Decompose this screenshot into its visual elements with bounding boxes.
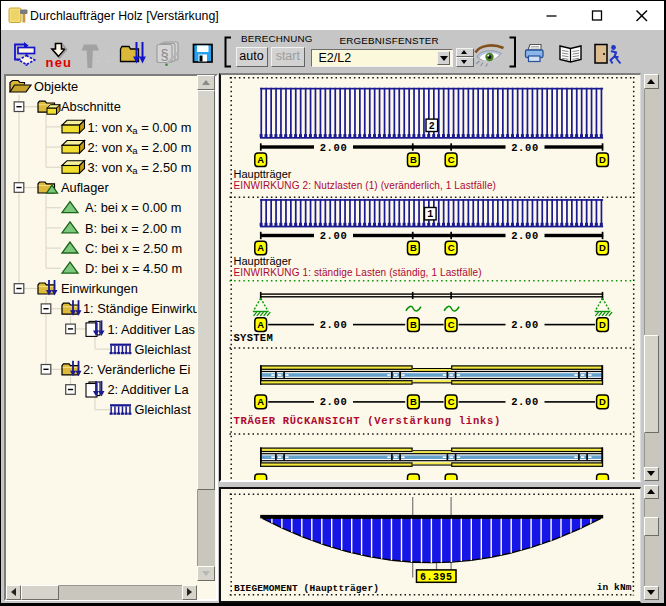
svg-text:EINWIRKUNG 1: ständige Lasten: EINWIRKUNG 1: ständige Lasten (ständig, … [233, 267, 481, 278]
svg-text:1: 1 [427, 209, 433, 220]
svg-text:2: Veränderliche Ei: 2: Veränderliche Ei [83, 362, 190, 377]
svg-text:§: § [160, 47, 168, 63]
svg-text:B: B [409, 318, 416, 329]
svg-text:C: C [447, 154, 454, 165]
svg-text:A: A [257, 154, 264, 165]
svg-text:in kNm: in kNm [596, 581, 631, 592]
svg-text:B: B [409, 242, 416, 253]
svg-text:EINWIRKUNG 2: Nutzlasten (1) (: EINWIRKUNG 2: Nutzlasten (1) (veränderli… [233, 180, 496, 191]
svg-text:3: von xa = 2.50 m: 3: von xa = 2.50 m [88, 160, 192, 177]
svg-text:6.395: 6.395 [420, 571, 453, 582]
svg-text:2: Additiver La: 2: Additiver La [108, 382, 190, 397]
svg-text:Gleichlast: Gleichlast [135, 402, 192, 417]
svg-text:TRÄGER RÜCKANSICHT (Verstärkun: TRÄGER RÜCKANSICHT (Verstärkung links) [233, 414, 501, 426]
svg-text:Einwirkungen: Einwirkungen [61, 281, 138, 296]
svg-text:A: A [257, 318, 264, 329]
svg-text:C: bei x = 2.50 m: C: bei x = 2.50 m [85, 241, 182, 256]
svg-text:D: D [599, 242, 606, 253]
svg-text:Gleichlast: Gleichlast [135, 342, 192, 357]
svg-text:D: D [599, 154, 606, 165]
svg-text:B: bei x = 2.00 m: B: bei x = 2.00 m [85, 221, 181, 236]
svg-text:BIEGEMOMENT (Hauptträger): BIEGEMOMENT (Hauptträger) [234, 583, 379, 594]
svg-text:1: Ständige Einwirku: 1: Ständige Einwirku [83, 301, 197, 316]
svg-text:A: A [257, 396, 264, 407]
svg-text:2.00: 2.00 [319, 319, 347, 331]
svg-text:Objekte: Objekte [34, 79, 78, 94]
svg-text:Hauptträger: Hauptträger [233, 167, 291, 179]
svg-text:Durchlaufträger Holz [Verstärk: Durchlaufträger Holz [Verstärkung] [30, 9, 219, 23]
svg-text:2: 2 [428, 120, 434, 131]
svg-text:2.00: 2.00 [319, 396, 347, 408]
svg-text:2.00: 2.00 [319, 141, 347, 153]
svg-text:2: von xa = 2.00 m: 2: von xa = 2.00 m [88, 140, 192, 157]
svg-text:2.00: 2.00 [511, 141, 539, 153]
svg-text:2.00: 2.00 [511, 396, 539, 408]
svg-text:BERECHNUNG: BERECHNUNG [241, 33, 313, 44]
svg-text:C: C [447, 396, 454, 407]
svg-text:2.00: 2.00 [511, 319, 539, 331]
svg-text:A: A [257, 242, 264, 253]
svg-text:2.00: 2.00 [319, 230, 347, 242]
svg-text:ERGEBNISFENSTER: ERGEBNISFENSTER [340, 35, 439, 46]
svg-text:Auflager: Auflager [61, 180, 109, 195]
svg-text:C: C [447, 318, 454, 329]
svg-text:1: von xa = 0.00 m: 1: von xa = 0.00 m [88, 120, 192, 137]
svg-text:2.00: 2.00 [511, 230, 539, 242]
svg-text:D: D [599, 396, 606, 407]
svg-text:B: B [409, 396, 416, 407]
svg-text:Abschnitte: Abschnitte [61, 99, 121, 114]
svg-text:B: B [409, 154, 416, 165]
svg-text:neu: neu [46, 55, 73, 70]
svg-text:D: D [599, 318, 606, 329]
svg-text:D: bei x = 4.50 m: D: bei x = 4.50 m [85, 261, 182, 276]
svg-text:SYSTEM: SYSTEM [233, 332, 273, 344]
svg-text:Hauptträger: Hauptträger [233, 255, 291, 267]
svg-text:1: Additiver Las: 1: Additiver Las [108, 322, 196, 337]
svg-text:C: C [447, 242, 454, 253]
svg-text:A: bei x = 0.00 m: A: bei x = 0.00 m [85, 200, 181, 215]
